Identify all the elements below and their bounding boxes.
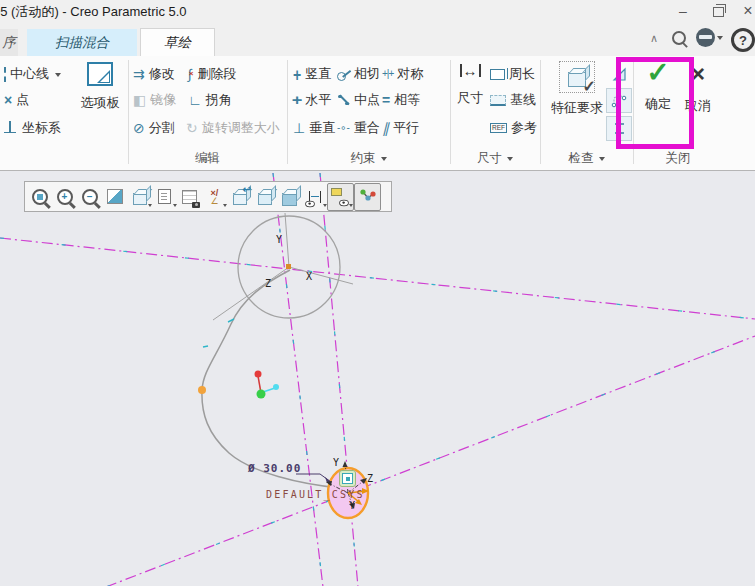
sketch-orientation-icon — [233, 193, 247, 205]
zoom-region-button[interactable] — [27, 184, 52, 210]
tangent-constraint-icon — [337, 68, 350, 81]
divide-icon: ⊘ — [133, 121, 145, 135]
group-label-close[interactable]: 关闭 — [636, 148, 720, 168]
collapse-ribbon-button[interactable]: ∧ — [650, 32, 658, 45]
baseline-button[interactable]: 基线 — [488, 88, 538, 112]
default-csys-label[interactable]: DEFAULT_CSYS — [266, 490, 365, 500]
minimize-icon: – — [679, 3, 687, 19]
feature-requirements-button[interactable]: ✓ 特征要求 — [546, 61, 608, 117]
circle-axis-label-y-top: Y — [333, 458, 339, 468]
zoom-in-icon: + — [57, 189, 73, 205]
feature-requirements-icon: ✓ — [559, 61, 595, 93]
search-button[interactable] — [672, 31, 686, 45]
ellipse-origin-handle[interactable] — [286, 264, 291, 269]
eye-icon — [339, 199, 349, 205]
eye-icon — [305, 200, 315, 206]
constraint-midpoint-button[interactable]: 中点 — [335, 88, 382, 112]
dimension-display-button[interactable] — [302, 184, 327, 210]
diameter-dimension[interactable]: Ø 30.00 — [248, 464, 301, 474]
group-label-editing[interactable]: 编辑 — [128, 148, 287, 168]
constraint-perpendicular-button[interactable]: ⊥ 垂直 — [291, 116, 337, 140]
mirror-button: ◧ 镜像 — [131, 88, 178, 112]
tab-partial[interactable]: 序 — [0, 29, 18, 56]
zoom-in-button[interactable]: + — [52, 184, 77, 210]
csys-icon — [4, 121, 18, 135]
tab-sketch[interactable]: 草绘 — [140, 28, 215, 56]
sketch-geometry[interactable] — [0, 171, 755, 586]
centerline-horizontal[interactable] — [0, 238, 755, 319]
cancel-button[interactable]: × 取消 — [680, 61, 716, 115]
centerline-button[interactable]: 中心线 — [2, 62, 63, 86]
ellipse-x-axis — [289, 267, 353, 284]
constraint-vertical-button[interactable]: + 竖直 — [291, 62, 333, 86]
baseline-icon — [490, 95, 506, 106]
overlapping-geometry-button[interactable] — [606, 116, 632, 141]
equal-constraint-icon: = — [382, 93, 390, 107]
palette-button[interactable]: 选项板 — [78, 62, 122, 112]
group-label-inspect[interactable]: 检查 — [540, 148, 633, 168]
constraint-parallel-button[interactable]: ∥ 平行 — [380, 116, 421, 140]
mirror-icon: ◧ — [133, 93, 146, 107]
help-button[interactable]: ? — [731, 28, 755, 52]
modify-button[interactable]: ⇉ 修改 — [131, 62, 177, 86]
sketch-canvas-area[interactable]: + – ×/∠ ↩ Y X Z — [0, 170, 755, 586]
learning-icon — [696, 28, 715, 47]
open-ends-icon — [611, 93, 627, 108]
saved-views-button[interactable] — [152, 184, 177, 210]
midpoint-constraint-icon — [337, 94, 350, 107]
graphics-toolbar: + – ×/∠ ↩ — [24, 181, 392, 212]
saved-views-icon — [158, 189, 171, 204]
perspective-button[interactable] — [277, 184, 302, 210]
model-display-button[interactable] — [252, 184, 277, 210]
annotation-display-icon — [331, 188, 342, 196]
horizontal-constraint-icon: + — [292, 93, 303, 107]
coordinate-system-button[interactable]: 坐标系 — [2, 116, 63, 140]
constraint-symmetric-button[interactable]: +|+ 对称 — [380, 62, 425, 86]
delete-segment-button[interactable]: ∫× 删除段 — [186, 62, 239, 86]
ok-button[interactable]: ✓ 确定 — [638, 60, 678, 113]
ribbon: 中心线 × 点 坐标系 选项板 ⇉ 修改 ∫× 删除段 ◧ 镜像 ∟ 拐角 — [0, 56, 755, 171]
parallel-constraint-icon: ∥ — [382, 121, 389, 135]
close-button[interactable]: × — [733, 0, 755, 22]
constraint-tangent-button[interactable]: 相切 — [335, 62, 382, 86]
annotation-display-button[interactable] — [327, 183, 354, 211]
group-label-constrain[interactable]: 约束 — [287, 148, 450, 168]
chevron-down-icon — [717, 36, 723, 43]
constraint-equal-button[interactable]: = 相等 — [380, 88, 422, 112]
reference-dimension-button[interactable]: REF 参考 — [488, 116, 539, 140]
coincident-constraint-marker[interactable] — [339, 470, 356, 487]
learning-connect-button[interactable] — [696, 28, 723, 47]
display-style-button[interactable] — [127, 184, 152, 210]
trajectory-spline[interactable] — [202, 270, 340, 488]
divide-button[interactable]: ⊘ 分割 — [131, 116, 177, 140]
datum-display-button[interactable]: ×/∠ — [202, 184, 227, 210]
spin-center-cyan — [273, 384, 279, 390]
symmetric-constraint-icon: +|+ — [382, 69, 393, 79]
dimension-button[interactable]: ↔ 尺寸 — [452, 64, 488, 107]
group-label-dimension[interactable]: 尺寸 — [450, 148, 540, 168]
minimize-button[interactable]: – — [668, 0, 698, 22]
chevron-down-icon — [349, 204, 353, 209]
corner-button[interactable]: ∟ 拐角 — [186, 88, 234, 112]
constraint-horizontal-button[interactable]: + 水平 — [291, 88, 333, 112]
sketch-display-button[interactable] — [354, 183, 381, 211]
restore-button[interactable] — [703, 0, 733, 22]
tab-sweep-blend[interactable]: 扫描混合 — [27, 29, 137, 56]
constraint-coincident-button[interactable]: -∘- 重合 — [335, 116, 382, 140]
chevron-down-icon — [599, 157, 605, 164]
highlight-open-ends-button[interactable] — [606, 88, 632, 113]
spline-point-handle[interactable] — [198, 386, 206, 394]
sketch-orientation-button[interactable]: ↩ — [227, 184, 252, 210]
perimeter-button[interactable]: 周长 — [488, 62, 537, 86]
perpendicular-constraint-icon: ⊥ — [293, 121, 305, 135]
point-button[interactable]: × 点 — [2, 88, 31, 112]
repaint-button[interactable] — [102, 184, 127, 210]
zoom-out-button[interactable]: – — [77, 184, 102, 210]
shade-closed-loops-button[interactable] — [606, 62, 632, 87]
chevron-down-icon — [507, 157, 513, 164]
display-style-icon — [133, 193, 147, 205]
dimension-icon: ↔ — [460, 64, 481, 77]
view-manager-button[interactable] — [177, 184, 202, 210]
title-bar: 05 (活动的) - Creo Parametric 5.0 – × — [0, 0, 755, 22]
centerline-vertical-2[interactable] — [320, 173, 358, 586]
